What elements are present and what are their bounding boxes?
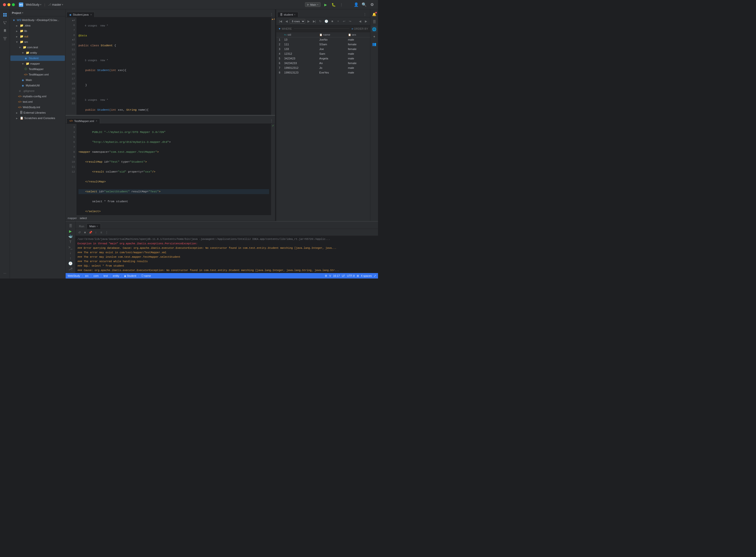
lbt-text[interactable]: T [67, 240, 74, 244]
db-btn-redo[interactable]: ↪ [347, 19, 353, 24]
tab-close-mapper[interactable]: × [96, 120, 97, 122]
console-output[interactable]: /usr/3/eve/lib/java/JavaVirtualMachines/… [76, 236, 378, 273]
sb-project[interactable]: WebStudy [67, 274, 80, 277]
cell-sex[interactable]: male [346, 66, 370, 70]
code-content-student[interactable]: 4 usages new * @Data public class Studen… [77, 17, 271, 115]
cell-sid[interactable]: 199012312 [282, 66, 317, 70]
bottom-tab-main[interactable]: Main × [87, 224, 101, 229]
table-row[interactable]: 1 13 JoeNo male [276, 37, 370, 42]
cell-name[interactable]: EveYes [317, 70, 346, 75]
tab-more-student[interactable]: ⋮ [269, 12, 274, 17]
toolbar-project[interactable] [1, 11, 8, 18]
tree-item-mybatis-config[interactable]: </> mybatis-config.xml [10, 94, 65, 99]
toolbar-structure[interactable] [1, 35, 8, 42]
run-tb-scroll[interactable]: ↕ [93, 230, 98, 235]
project-panel-chevron[interactable]: ▾ [22, 12, 23, 14]
debug-button[interactable]: 🐛 [330, 2, 337, 8]
lbt-run[interactable]: ▶ [67, 229, 74, 233]
cell-sex[interactable]: female [346, 61, 370, 66]
tree-item-comtest[interactable]: ▾ 📁 com.test [10, 45, 65, 50]
tree-item-ext-libs[interactable]: ▸ 🗄 External Libraries [10, 110, 65, 115]
run-button[interactable]: ▶ [323, 2, 328, 8]
run-tb-pin[interactable]: 📌 [88, 230, 93, 235]
table-row[interactable]: 6 34234233 An female [276, 61, 370, 66]
db-tab-close[interactable]: × [294, 13, 296, 16]
db-btn-refresh[interactable]: ↻ [318, 19, 323, 24]
th-name[interactable]: 📋 name [317, 32, 346, 37]
run-tb-restart[interactable]: ↺ [77, 230, 82, 235]
maximize-button[interactable] [12, 3, 15, 6]
run-tb-filter[interactable]: ≡ [99, 230, 104, 235]
account-icon[interactable]: 👤 [353, 2, 359, 8]
cell-sid[interactable]: 34234233 [282, 61, 317, 66]
tree-item-root[interactable]: ▾ WS WebStudy ~/Desktop/CS/Jav... [10, 17, 65, 23]
code-content-mapper[interactable]: PUBLIC "-//mybatis.org//DTD Mapper 3.0//… [77, 124, 271, 215]
db-btn-clock[interactable]: 🕐 [323, 19, 329, 24]
table-row[interactable]: 3 133 Joe female [276, 47, 370, 52]
db-btn-next[interactable]: ▶ [306, 19, 311, 24]
lbt-clock[interactable]: 🕐 [67, 261, 74, 266]
sb-lf[interactable]: LF [342, 274, 345, 277]
tree-item-entity[interactable]: ▾ 📁 entity [10, 50, 65, 55]
close-button[interactable] [3, 3, 6, 6]
cell-name[interactable]: Joe [317, 47, 346, 52]
cell-name[interactable]: JoeNo [317, 37, 346, 42]
lbt-up[interactable]: ↑ [67, 256, 74, 260]
cell-name[interactable]: Jo [317, 66, 346, 70]
db-order-by[interactable]: ≡ ORDER BY [351, 27, 368, 30]
rs-globe[interactable]: 🌐 [371, 26, 377, 32]
cell-sid[interactable]: 12312 [282, 52, 317, 56]
lbt-db[interactable]: 🗄 [67, 224, 74, 228]
tree-item-gitignore[interactable]: ⊘ .gitignore [10, 88, 65, 94]
db-filter-where[interactable]: ▼ WHERE [278, 27, 292, 30]
rs-db[interactable]: 🗄 [371, 19, 377, 25]
bottom-tab-main-close[interactable]: × [96, 225, 98, 228]
lbt-down[interactable]: ↓ [67, 251, 74, 255]
db-btn-prev2[interactable]: ◀ [357, 19, 362, 24]
db-action-more[interactable]: ⋮ [362, 12, 368, 17]
run-config-selector[interactable]: ▶ Main ▾ [305, 2, 321, 7]
tab-more-mapper[interactable]: ⋮ [269, 118, 274, 123]
cell-sex[interactable]: male [346, 56, 370, 61]
tree-item-mapper[interactable]: ▾ 📁 mapper [10, 61, 65, 66]
more-button[interactable]: ⋮ [339, 2, 344, 8]
cell-sex[interactable]: female [346, 42, 370, 47]
bottom-tab-run[interactable]: Run [77, 224, 87, 229]
tree-item-testmapper[interactable]: ⓘ TestMapper [10, 66, 65, 72]
tree-item-student[interactable]: ◉ Student [10, 55, 65, 61]
table-row[interactable]: 5 3423423 Angela male [276, 56, 370, 61]
cell-sid[interactable]: 3423423 [282, 56, 317, 61]
cell-sex[interactable]: male [346, 37, 370, 42]
cell-sex[interactable]: male [346, 70, 370, 75]
cell-sid[interactable]: 133 [282, 47, 317, 52]
tab-student-java[interactable]: ◉ Student.java × [66, 12, 94, 17]
db-rows-select[interactable]: 8 rows [290, 19, 305, 24]
run-tb-stop[interactable]: ■ [82, 230, 87, 235]
sb-line-col[interactable]: 16:17 [333, 274, 340, 277]
db-btn-undo[interactable]: ↩ [341, 19, 347, 24]
sb-gear[interactable]: ⚙ [325, 274, 327, 277]
toolbar-vcs[interactable] [1, 19, 8, 26]
cell-name[interactable]: Angela [317, 56, 346, 61]
th-sex[interactable]: 📋 sex [346, 32, 370, 37]
rs-notifications[interactable]: 🔔 [371, 11, 377, 17]
sb-indent[interactable]: 4 spaces [361, 274, 372, 277]
branch-selector[interactable]: ⎇ master ▾ [48, 3, 63, 6]
table-row[interactable]: 2 111 SSam female [276, 42, 370, 47]
db-btn-last[interactable]: ▶| [312, 19, 317, 24]
db-btn-prev[interactable]: ◀ [284, 19, 289, 24]
tree-item-idea[interactable]: ▸ 📁 .idea [10, 23, 65, 28]
cell-name[interactable]: An [317, 61, 346, 66]
db-btn-next2[interactable]: ▶ [363, 19, 369, 24]
filter-input-area[interactable] [294, 28, 350, 29]
app-name[interactable]: WebStudy ▾ [26, 3, 41, 6]
db-btn-first[interactable]: |◀ [278, 19, 283, 24]
tab-mapper-xml[interactable]: </> TestMapper.xml × [66, 118, 100, 123]
search-icon[interactable]: 🔍 [361, 2, 367, 8]
cell-sex[interactable]: female [346, 47, 370, 52]
tree-item-testmapper-xml[interactable]: </> TestMapper.xml [10, 72, 65, 77]
cell-sid[interactable]: 13 [282, 37, 317, 42]
tree-item-text-xml[interactable]: </> text.xml [10, 99, 65, 105]
table-row[interactable]: 7 199012312 Jo male [276, 66, 370, 70]
th-sid[interactable]: 🗝 sid [282, 32, 317, 37]
